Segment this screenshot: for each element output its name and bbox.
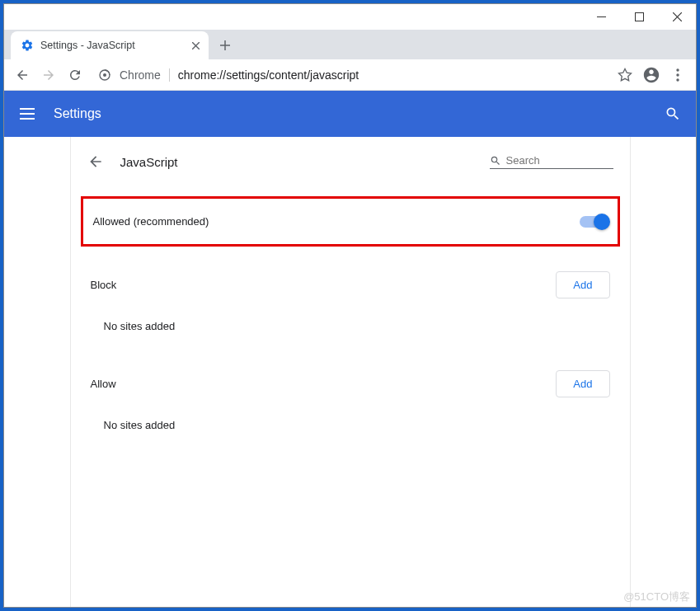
- block-empty-message: No sites added: [91, 305, 610, 347]
- toolbar: Chrome chrome://settings/content/javascr…: [4, 59, 696, 91]
- hamburger-menu-icon[interactable]: [17, 104, 37, 124]
- gear-icon: [21, 39, 34, 52]
- address-bar[interactable]: Chrome chrome://settings/content/javascr…: [90, 68, 610, 82]
- search-icon[interactable]: [663, 104, 683, 124]
- back-arrow-icon[interactable]: [87, 153, 104, 170]
- reload-button[interactable]: [63, 63, 87, 87]
- allowed-toggle[interactable]: [580, 216, 608, 228]
- svg-point-6: [676, 78, 679, 81]
- page-search[interactable]: [490, 154, 613, 169]
- back-button[interactable]: [11, 63, 34, 87]
- window-maximize-button[interactable]: [620, 4, 658, 30]
- forward-button[interactable]: [37, 63, 60, 87]
- svg-rect-8: [20, 113, 35, 115]
- window-minimize-button[interactable]: [582, 4, 620, 30]
- allow-section: Allow Add No sites added: [71, 355, 630, 454]
- page-title: JavaScript: [120, 155, 473, 169]
- url-text: chrome://settings/content/javascript: [178, 68, 359, 82]
- toggle-label: Allowed (recommended): [93, 215, 209, 228]
- search-input[interactable]: [506, 154, 613, 167]
- bookmark-star-icon[interactable]: [613, 63, 637, 87]
- kebab-menu-icon[interactable]: [666, 63, 689, 87]
- allowed-toggle-row: Allowed (recommended): [81, 196, 620, 247]
- block-section-title: Block: [91, 279, 117, 291]
- block-add-button[interactable]: Add: [556, 271, 609, 298]
- separator: [169, 68, 170, 82]
- url-protocol-label: Chrome: [120, 68, 161, 82]
- chrome-window: Settings - JavaScript Chrome chrome://se…: [3, 3, 697, 608]
- allow-add-button[interactable]: Add: [556, 370, 609, 397]
- search-icon: [490, 155, 501, 167]
- svg-rect-7: [20, 108, 35, 110]
- content-area: JavaScript Allowed (recommended) Block A…: [4, 137, 696, 607]
- svg-point-5: [676, 73, 679, 76]
- toggle-knob: [594, 214, 610, 230]
- tab-title: Settings - JavaScript: [40, 40, 182, 51]
- new-tab-button[interactable]: [214, 34, 237, 57]
- appbar-title: Settings: [54, 106, 663, 121]
- svg-rect-9: [20, 118, 35, 120]
- allow-empty-message: No sites added: [91, 404, 610, 446]
- window-titlebar: [4, 4, 696, 30]
- tabstrip: Settings - JavaScript: [4, 30, 696, 59]
- svg-rect-1: [635, 13, 643, 21]
- site-info-icon[interactable]: [98, 68, 111, 82]
- watermark: @51CTO博客: [623, 590, 690, 604]
- settings-appbar: Settings: [4, 91, 696, 137]
- svg-point-4: [676, 68, 679, 71]
- svg-point-3: [103, 73, 106, 77]
- card-header: JavaScript: [71, 143, 630, 180]
- account-icon[interactable]: [640, 63, 663, 87]
- allow-section-title: Allow: [91, 378, 116, 390]
- browser-tab[interactable]: Settings - JavaScript: [11, 31, 209, 59]
- settings-card: JavaScript Allowed (recommended) Block A…: [70, 137, 631, 607]
- svg-rect-0: [597, 16, 606, 17]
- close-icon[interactable]: [189, 39, 202, 52]
- window-close-button[interactable]: [658, 4, 696, 30]
- block-section: Block Add No sites added: [71, 256, 630, 355]
